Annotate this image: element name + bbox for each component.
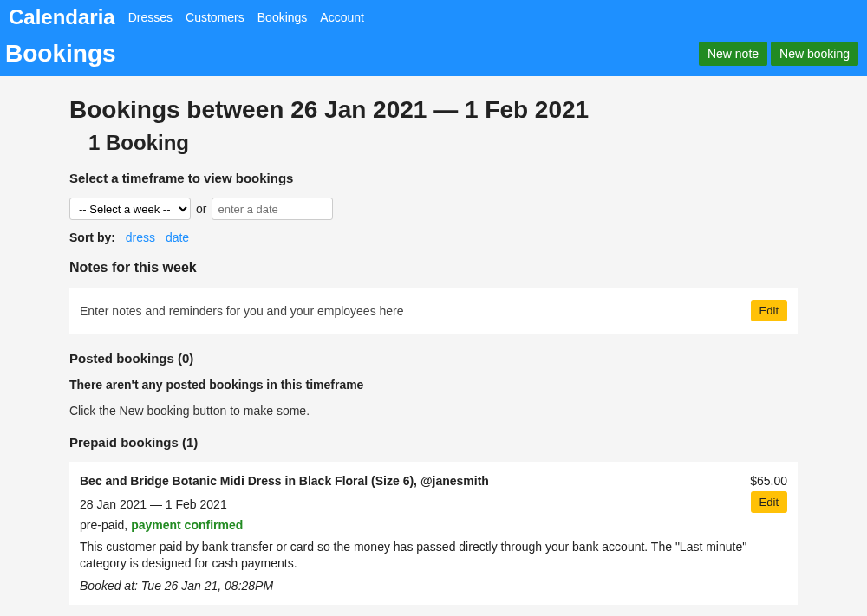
nav-link-account[interactable]: Account bbox=[320, 10, 364, 24]
timeframe-label: Select a timeframe to view bookings bbox=[69, 171, 798, 185]
nav-link-customers[interactable]: Customers bbox=[186, 10, 244, 24]
payment-status: payment confirmed bbox=[131, 518, 243, 532]
new-note-button[interactable]: New note bbox=[699, 42, 767, 66]
notes-card: Enter notes and reminders for you and yo… bbox=[69, 288, 798, 334]
subheader: Bookings New note New booking bbox=[0, 35, 867, 76]
notes-placeholder-text: Enter notes and reminders for you and yo… bbox=[80, 304, 404, 318]
or-label: or bbox=[196, 202, 206, 216]
date-input[interactable] bbox=[212, 198, 333, 220]
sort-date-link[interactable]: date bbox=[166, 230, 189, 244]
sort-row: Sort by: dress date bbox=[69, 230, 798, 244]
edit-booking-button[interactable]: Edit bbox=[751, 491, 787, 513]
week-select[interactable]: -- Select a week -- bbox=[69, 198, 191, 220]
new-booking-button[interactable]: New booking bbox=[771, 42, 858, 66]
nav-link-bookings[interactable]: Bookings bbox=[257, 10, 308, 24]
main-container: Bookings between 26 Jan 2021 — 1 Feb 202… bbox=[69, 76, 798, 616]
booking-count: 1 Booking bbox=[88, 131, 798, 155]
posted-empty-hint: Click the New booking button to make som… bbox=[69, 404, 798, 418]
page-title: Bookings between 26 Jan 2021 — 1 Feb 202… bbox=[69, 96, 798, 124]
payment-line: pre-paid, payment confirmed bbox=[80, 518, 787, 532]
booking-card: Bec and Bridge Botanic Midi Dress in Bla… bbox=[69, 462, 798, 605]
payment-prefix: pre-paid, bbox=[80, 518, 131, 532]
edit-notes-button[interactable]: Edit bbox=[751, 300, 787, 321]
action-buttons: New note New booking bbox=[699, 42, 858, 66]
timeframe-controls: -- Select a week -- or bbox=[69, 198, 798, 220]
booking-price: $65.00 bbox=[750, 474, 787, 488]
nav-link-dresses[interactable]: Dresses bbox=[128, 10, 173, 24]
booking-dates: 28 Jan 2021 — 1 Feb 2021 bbox=[80, 497, 787, 511]
notes-header: Notes for this week bbox=[69, 260, 798, 276]
sort-dress-link[interactable]: dress bbox=[126, 230, 155, 244]
posted-empty-title: There aren't any posted bookings in this… bbox=[69, 378, 798, 392]
prepaid-header: Prepaid bookings (1) bbox=[69, 435, 798, 450]
booked-at-timestamp: Booked at: Tue 26 Jan 21, 08:28PM bbox=[80, 579, 787, 593]
brand-logo[interactable]: Calendaria bbox=[9, 5, 115, 29]
sort-label: Sort by: bbox=[69, 230, 115, 244]
page-section-title: Bookings bbox=[5, 40, 116, 68]
nav-links: Dresses Customers Bookings Account bbox=[128, 10, 364, 24]
posted-header: Posted bookings (0) bbox=[69, 351, 798, 366]
navbar: Calendaria Dresses Customers Bookings Ac… bbox=[0, 0, 867, 35]
booking-title: Bec and Bridge Botanic Midi Dress in Bla… bbox=[80, 474, 489, 488]
booking-description: This customer paid by bank transfer or c… bbox=[80, 539, 787, 572]
